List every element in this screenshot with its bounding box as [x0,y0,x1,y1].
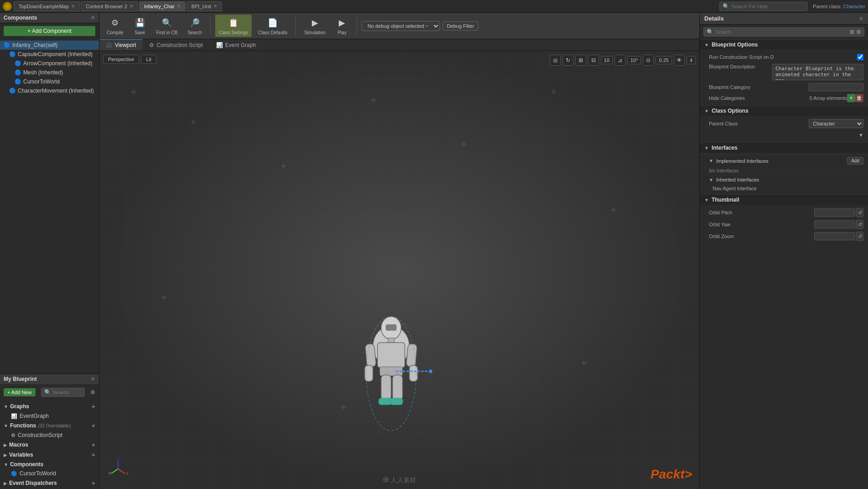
perspective-btn[interactable]: Perspective [103,55,139,64]
comp-item-capsule[interactable]: 🔵 CapsuleComponent (Inherited) [0,50,99,59]
comp-item-arrow[interactable]: 🔵 ArrowComponent (Inherited) [0,59,99,68]
svg-line-17 [118,469,125,473]
comp-item-cursor[interactable]: 🔵 CursorToWorld [0,77,99,86]
toolbar-search[interactable]: 🔎 Search [184,15,206,37]
my-blueprint-close[interactable]: ✕ [91,376,95,382]
inherited-interfaces-header[interactable]: ▼ Inherited Interfaces [700,175,868,184]
search-bar-top[interactable]: 🔍 [719,2,807,11]
group-dispatchers-header[interactable]: ▶ Event Dispatchers + [0,478,99,488]
section-blueprint-options[interactable]: ▼ Blueprint Options [700,39,868,50]
tab-close-bpi[interactable]: ✕ [213,4,217,9]
vp-ctrl-scale[interactable]: ⊙ [643,55,654,66]
construction-script-label: Construction Script [156,42,202,48]
parent-class-select[interactable]: Character [809,119,863,128]
comp-label-cursor: CursorToWorld [23,78,60,85]
orbit-zoom-input[interactable]: 0.0 [814,232,855,240]
comp-item-movement[interactable]: 🔵 CharacterMovement (Inherited) [0,86,99,95]
my-blueprint-search-input[interactable] [53,390,82,395]
run-construction-checkbox[interactable] [857,54,863,60]
details-filter-icon[interactable]: ⚙ [856,29,861,35]
toolbar-simulation[interactable]: ▶ Simulation [300,15,329,37]
hide-categories-add[interactable]: + [847,94,855,102]
vp-ctrl-view[interactable]: 👁 [674,55,685,66]
help-search-input[interactable] [731,4,804,9]
tab-close-infantry[interactable]: ✕ [177,4,181,9]
toolbar-class-defaults[interactable]: 📄 Class Defaults [254,15,291,37]
tab-construction-script[interactable]: ⚙ Construction Script [143,40,209,51]
tab-infantry[interactable]: Infantry_Char ✕ [139,1,186,11]
parent-class-link[interactable]: Character [843,4,865,9]
toolbar-compile[interactable]: ⚙ Compile [103,15,127,37]
watermark-center: ⊕ 人人素材 [382,474,417,484]
group-dispatchers: ▶ Event Dispatchers + [0,478,99,488]
macros-title: Macros [9,442,28,448]
add-component-button[interactable]: + Add Component [4,26,95,36]
hide-categories-del[interactable]: 🗑 [855,94,863,102]
toolbar-class-settings[interactable]: 📋 Class Settings [215,15,252,37]
toolbar-find-cb[interactable]: 🔍 Find in CB [153,15,181,37]
filter-icon[interactable]: ⚙ [90,389,95,395]
mybp-item-cursor[interactable]: 🔵 CursorToWorld [0,469,99,478]
tab-event-graph[interactable]: 📊 Event Graph [210,40,263,51]
my-blueprint-search[interactable]: 🔍 [41,388,85,397]
toolbar-play[interactable]: ▶ Play [332,15,352,37]
orbit-pitch-reset[interactable]: ↺ [856,208,863,217]
graphs-add[interactable]: + [92,403,95,410]
vp-ctrl-1[interactable]: ◎ [550,55,561,66]
bp-category-input[interactable] [809,83,863,91]
details-search[interactable]: 🔍 ⊞ ⚙ [703,27,864,36]
details-close[interactable]: ✕ [859,16,863,22]
vp-ctrl-angle[interactable]: ⊿ [615,55,625,66]
tab-contentbrowser[interactable]: Content Browser 2 ✕ [81,1,138,11]
section-interfaces[interactable]: ▼ Interfaces [700,142,868,153]
dispatchers-add[interactable]: + [92,479,95,487]
class-options-body: Parent Class Character ▼ [700,116,868,142]
vp-ctrl-grid[interactable]: ⊟ [588,55,599,66]
mybp-item-eventgraph[interactable]: 📊 EventGraph [0,411,99,421]
details-view-options-icon[interactable]: ⊞ [850,29,854,35]
group-functions-header[interactable]: ▼ Functions (32 Overridable) + [0,421,99,431]
add-interface-btn[interactable]: Add [847,157,863,165]
interfaces-arrow: ▼ [704,146,709,151]
components-close[interactable]: ✕ [91,15,95,21]
findcb-label: Find in CB [156,30,178,35]
lit-btn[interactable]: Lit [141,55,156,64]
orbit-pitch-input[interactable]: -11.25 [814,208,855,217]
orbit-yaw-input[interactable]: -157.5 [814,220,855,229]
toolbar-save[interactable]: 💾 Save [130,15,150,37]
macros-add[interactable]: + [92,441,95,448]
implemented-interfaces-header[interactable]: ▼ Implemented Interfaces Add [700,155,868,166]
group-macros-header[interactable]: ▶ Macros + [0,440,99,450]
vp-ctrl-3[interactable]: ⊞ [575,55,586,66]
tab-close-cb[interactable]: ✕ [129,4,133,9]
tab-topdown[interactable]: TopDownExampleMap ✕ [14,1,80,11]
debug-dropdown[interactable]: No debug object selected ~ [362,21,440,31]
tab-bpi[interactable]: BPI_Unit ✕ [186,1,222,11]
bp-description-input[interactable]: Character Blueprint is the animated char… [772,64,863,80]
ue-logo [3,2,12,11]
section-thumbnail[interactable]: ▼ Thumbnail [700,194,868,205]
group-variables-header[interactable]: ▶ Variables + [0,450,99,460]
class-dropdown[interactable]: ▼ [858,132,863,138]
graphs-title: Graphs [10,403,29,410]
mybp-item-constructionscript[interactable]: ⚙ ConstructionScript [0,431,99,440]
debug-filter-btn[interactable]: Debug Filter [443,21,478,31]
tab-viewport[interactable]: 🎥 Viewport [99,39,143,51]
section-class-options[interactable]: ▼ Class Options [700,105,868,116]
component-list: 🔵 Infantry_Char(self) 🔵 CapsuleComponent… [0,39,99,374]
comp-item-self[interactable]: 🔵 Infantry_Char(self) [0,41,99,50]
tab-close-topdown[interactable]: ✕ [71,4,75,9]
orbit-yaw-reset[interactable]: ↺ [856,220,863,229]
vp-ctrl-2[interactable]: ↻ [563,55,574,66]
comp-item-mesh[interactable]: 🔵 Mesh (Inherited) [0,68,99,77]
add-new-button[interactable]: + Add New [4,388,36,396]
orbit-zoom-reset[interactable]: ↺ [856,232,863,241]
axis-indicator: X Y Z [107,458,129,482]
group-graphs-header[interactable]: ▼ Graphs + [0,401,99,411]
variables-add[interactable]: + [92,451,95,458]
details-search-input[interactable] [715,29,848,35]
svg-rect-5 [380,367,403,376]
functions-add[interactable]: + [92,422,95,429]
group-components-bp-header[interactable]: ▼ Components [0,460,99,469]
viewport-area[interactable]: ✦ ✦ ✦ ✦ ✦ ✦ ✦ ✦ ✦ ✦ [99,51,699,489]
